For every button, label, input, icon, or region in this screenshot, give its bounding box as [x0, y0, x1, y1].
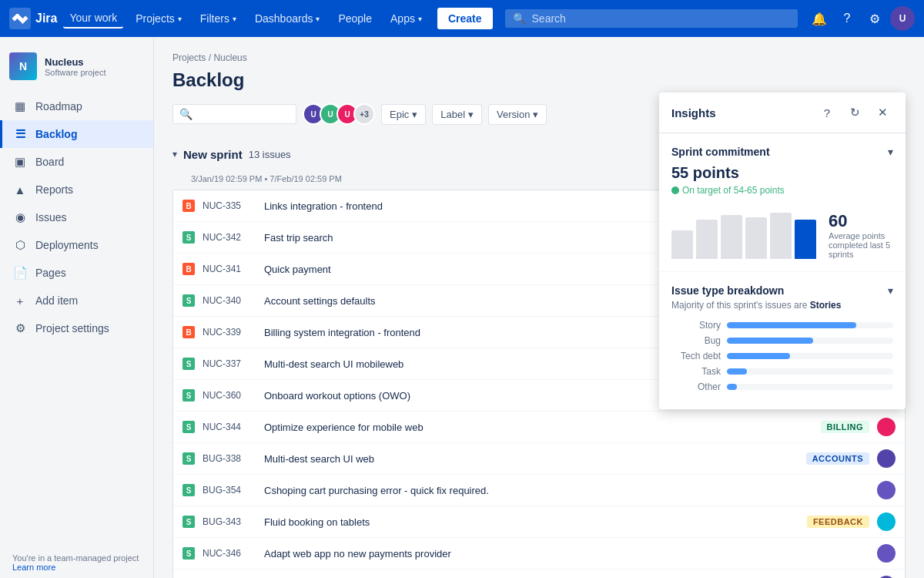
- breadcrumb-projects-link[interactable]: Projects: [172, 52, 206, 63]
- issue-title: Optimize experience for mobile web: [264, 422, 813, 433]
- issue-avatar: [877, 481, 896, 499]
- search-bar[interactable]: 🔍: [505, 9, 798, 28]
- breakdown-row-label: Other: [671, 381, 721, 392]
- breakdown-bar-background: [727, 322, 893, 328]
- apps-chevron-icon: ▾: [418, 15, 422, 23]
- story-icon: S: [182, 358, 195, 370]
- user-avatar[interactable]: U: [890, 6, 915, 31]
- chart-bar: [696, 220, 718, 259]
- table-row[interactable]: SBUG-336Quick booking for accomodations …: [173, 570, 905, 578]
- app-logo[interactable]: Jira: [9, 8, 57, 29]
- learn-more-link[interactable]: Learn more: [12, 563, 55, 572]
- nav-projects[interactable]: Projects ▾: [129, 9, 188, 28]
- project-settings-icon: ⚙: [12, 321, 28, 336]
- issue-title: Multi-dest search UI web: [264, 453, 798, 465]
- dashboards-chevron-icon: ▾: [316, 15, 320, 23]
- pages-icon: 📄: [12, 265, 28, 281]
- table-row[interactable]: SBUG-354Cshoping cart purchasing error -…: [173, 475, 905, 506]
- breakdown-title: Issue type breakdown: [671, 284, 784, 297]
- nav-filters[interactable]: Filters ▾: [194, 9, 243, 28]
- nav-dashboards[interactable]: Dashboards ▾: [249, 9, 326, 28]
- sidebar-item-roadmap[interactable]: ▦ Roadmap: [0, 92, 153, 120]
- issue-key: BUG-354: [203, 485, 256, 496]
- issue-key: NUC-341: [203, 264, 256, 274]
- insights-close-button[interactable]: ✕: [872, 102, 893, 123]
- create-button[interactable]: Create: [437, 8, 493, 29]
- nav-people[interactable]: People: [332, 9, 378, 28]
- sidebar-item-issues[interactable]: ◉ Issues: [0, 203, 153, 231]
- issue-label-tag: FEEDBACK: [807, 516, 869, 528]
- sidebar-item-project-settings[interactable]: ⚙ Project settings: [0, 314, 153, 342]
- breakdown-subtitle: Majority of this sprint's issues are Sto…: [671, 300, 893, 311]
- story-icon: S: [182, 516, 195, 528]
- backlog-search[interactable]: 🔍: [172, 104, 296, 124]
- breakdown-rows: StoryBugTech debtTaskOther: [671, 320, 893, 392]
- page-title: Backlog: [172, 69, 906, 91]
- issue-key: NUC-342: [203, 232, 256, 243]
- commitment-chevron-icon: ▾: [888, 146, 893, 158]
- version-filter[interactable]: Version ▾: [488, 104, 547, 125]
- sidebar-item-board[interactable]: ▣ Board: [0, 148, 153, 176]
- settings-button[interactable]: ⚙: [862, 6, 887, 31]
- bug-icon: B: [182, 200, 195, 212]
- search-input[interactable]: [532, 12, 790, 25]
- epic-filter[interactable]: Epic ▾: [381, 104, 426, 125]
- breakdown-row-label: Story: [671, 320, 721, 331]
- breakdown-row: Story: [671, 320, 893, 331]
- issue-avatar: [877, 449, 896, 468]
- commitment-title: Sprint commitment: [671, 146, 770, 158]
- nav-your-work[interactable]: Your work: [63, 8, 123, 29]
- sidebar-item-deployments[interactable]: ⬡ Deployments: [0, 231, 153, 259]
- backlog-search-input[interactable]: [197, 109, 290, 120]
- breakdown-bar-background: [727, 368, 893, 375]
- avatar-overflow[interactable]: +3: [353, 103, 375, 125]
- story-icon: S: [182, 294, 195, 307]
- label-chevron-icon: ▾: [468, 109, 474, 120]
- sprint-collapse-icon[interactable]: ▾: [172, 149, 177, 160]
- story-icon: S: [182, 547, 195, 560]
- breakdown-row-label: Task: [671, 366, 721, 377]
- help-button[interactable]: ?: [835, 6, 859, 31]
- sidebar-item-add-item[interactable]: + Add item: [0, 287, 153, 314]
- breakdown-bar-background: [727, 353, 893, 359]
- issue-title: Cshoping cart purchasing error - quick f…: [264, 485, 869, 496]
- issue-title: Adapt web app no new payments provider: [264, 548, 869, 560]
- breakdown-bar-background: [727, 384, 893, 390]
- project-info: N Nucleus Software project: [0, 46, 153, 92]
- breakdown-row: Bug: [671, 335, 893, 346]
- table-row[interactable]: SNUC-346Adapt web app no new payments pr…: [173, 538, 905, 570]
- sidebar-item-pages[interactable]: 📄 Pages: [0, 259, 153, 287]
- sprint-issue-count: 13 issues: [249, 149, 291, 160]
- breakdown-row: Other: [671, 381, 893, 392]
- issue-key: NUC-360: [203, 390, 256, 401]
- notifications-button[interactable]: 🔔: [807, 6, 832, 31]
- insights-panel: Insights ? ↻ ✕ Sprint commitment ▾ 55 po…: [659, 92, 906, 409]
- chart-avg-number: 60: [829, 211, 893, 231]
- issue-title: Fluid booking on tablets: [264, 516, 799, 528]
- commitment-points: 55 points: [671, 164, 893, 182]
- insights-help-button[interactable]: ?: [816, 102, 838, 123]
- epic-chevron-icon: ▾: [412, 109, 417, 120]
- roadmap-icon: ▦: [12, 99, 28, 114]
- table-row[interactable]: SNUC-344Optimize experience for mobile w…: [173, 412, 905, 443]
- nav-apps[interactable]: Apps ▾: [384, 9, 428, 28]
- breakdown-bar-fill: [727, 353, 790, 359]
- insights-refresh-button[interactable]: ↻: [844, 102, 865, 123]
- breadcrumb-nucleus-link[interactable]: Nucleus: [213, 52, 246, 63]
- sidebar-item-reports[interactable]: ▲ Reports: [0, 176, 153, 203]
- chart-bar: [795, 220, 816, 259]
- issues-icon: ◉: [12, 210, 28, 225]
- breakdown-row: Tech debt: [671, 351, 893, 361]
- search-icon: 🔍: [179, 108, 192, 120]
- version-chevron-icon: ▾: [533, 109, 538, 120]
- table-row[interactable]: SBUG-343Fluid booking on tabletsFEEDBACK: [173, 506, 905, 538]
- project-icon: N: [9, 52, 37, 80]
- add-item-icon: +: [12, 293, 28, 308]
- sidebar: N Nucleus Software project ▦ Roadmap ☰ B…: [0, 37, 154, 578]
- sidebar-item-backlog[interactable]: ☰ Backlog: [0, 120, 153, 148]
- label-filter[interactable]: Label ▾: [432, 104, 482, 125]
- table-row[interactable]: SBUG-338Multi-dest search UI webACCOUNTS: [173, 443, 905, 475]
- project-type: Software project: [45, 68, 105, 77]
- on-target-indicator: On target of 54-65 points: [671, 185, 893, 196]
- filters-chevron-icon: ▾: [233, 15, 236, 23]
